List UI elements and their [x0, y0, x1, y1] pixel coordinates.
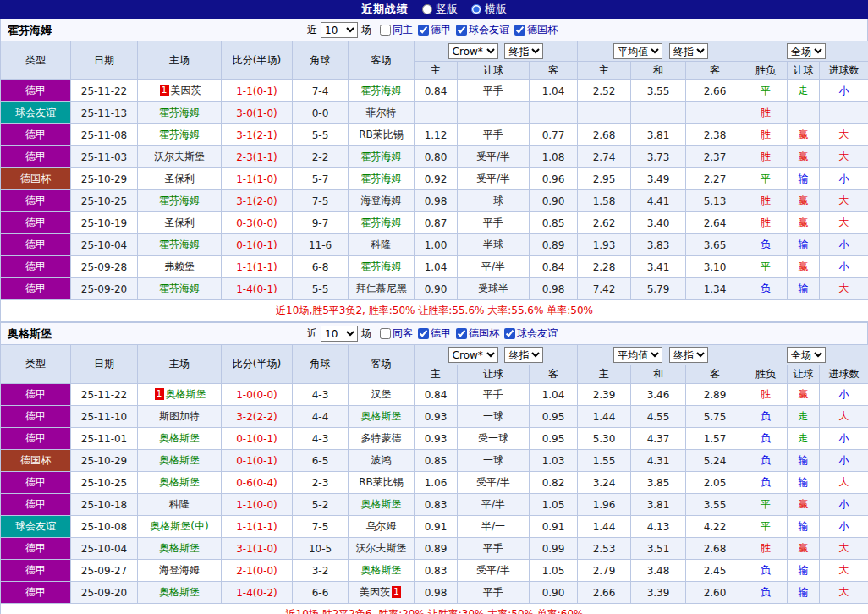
filter-checkbox[interactable]: 德国杯	[514, 23, 558, 37]
win-draw-loss-result: 平	[744, 168, 788, 190]
match-type-badge: 德甲	[1, 278, 71, 300]
eu-home-odds: 2.28	[578, 256, 631, 278]
asia-odds-time-select[interactable]: 终指	[504, 43, 543, 59]
team-link[interactable]: 奥格斯堡	[159, 476, 200, 488]
filter-checkbox-input[interactable]	[418, 328, 429, 339]
filter-checkbox-input[interactable]	[380, 328, 391, 339]
team-link[interactable]: 沃尔夫斯堡	[154, 151, 205, 162]
team-link[interactable]: RB莱比锡	[359, 476, 404, 488]
layout-radio-vertical[interactable]: 竖版	[422, 2, 458, 17]
asia-away-odds: 0.98	[530, 278, 578, 300]
home-team-cell: 霍芬海姆	[138, 124, 222, 146]
team-link[interactable]: 弗赖堡	[164, 260, 195, 272]
team-link[interactable]: 奥格斯堡	[159, 586, 200, 598]
team-link[interactable]: 霍芬海姆	[159, 282, 200, 294]
eu-home-odds: 2.66	[578, 582, 631, 604]
match-type-badge: 球会友谊	[1, 516, 71, 538]
asia-home-odds: 0.98	[415, 582, 458, 604]
filter-checkbox-label: 德甲	[431, 23, 451, 37]
filter-checkbox-input[interactable]	[456, 328, 467, 339]
filter-checkbox-input[interactable]	[504, 328, 515, 339]
goals-over-under-result: 大	[820, 406, 868, 428]
team-link[interactable]: 奥格斯堡	[159, 542, 200, 554]
filter-checkbox[interactable]: 德甲	[418, 326, 451, 341]
filter-checkbox-input[interactable]	[380, 25, 391, 36]
team-link[interactable]: 汉堡	[371, 388, 392, 400]
filter-checkbox[interactable]: 球会友谊	[504, 326, 558, 341]
team-link[interactable]: 乌尔姆	[366, 520, 397, 532]
eu-odds-time-select[interactable]: 终指	[669, 347, 708, 363]
team-link[interactable]: 科隆	[169, 498, 190, 510]
team-link[interactable]: 美因茨	[360, 586, 390, 598]
section-team-name: 霍芬海姆	[8, 23, 52, 38]
filter-checkbox[interactable]: 球会友谊	[456, 23, 509, 37]
layout-radio-vertical-input[interactable]	[422, 4, 432, 14]
match-date: 25-10-25	[71, 190, 138, 212]
eu-odds-source-select[interactable]: 平均值	[613, 347, 662, 363]
away-team-cell: 霍芬海姆	[349, 146, 415, 168]
team-link[interactable]: 奥格斯堡	[361, 564, 402, 576]
match-count-select[interactable]: 10	[321, 22, 358, 38]
match-type-badge: 德国杯	[1, 450, 71, 472]
asia-away-odds	[530, 102, 578, 124]
layout-radio-horizontal-input[interactable]	[471, 4, 481, 14]
team-link[interactable]: 奥格斯堡(中)	[150, 520, 208, 532]
filter-checkbox-input[interactable]	[456, 25, 467, 36]
asia-odds-source-select[interactable]: Crow*	[448, 43, 498, 59]
team-link[interactable]: 霍芬海姆	[361, 260, 402, 272]
league-filter-checkboxes: 同客德甲德国杯球会友谊	[380, 326, 561, 341]
team-link[interactable]: 奥格斯堡	[361, 410, 402, 422]
team-link[interactable]: 拜仁慕尼黑	[356, 282, 407, 294]
team-link[interactable]: 霍芬海姆	[159, 107, 200, 118]
result-scope-select[interactable]: 全场	[787, 43, 826, 59]
eu-away-odds: 2.37	[686, 146, 744, 168]
team-link[interactable]: 奥格斯堡	[166, 388, 206, 400]
match-type-badge: 德甲	[1, 146, 71, 168]
team-link[interactable]: 霍芬海姆	[159, 195, 200, 206]
team-link[interactable]: RB莱比锡	[359, 129, 404, 140]
eu-odds-source-select[interactable]: 平均值	[613, 43, 662, 59]
result-scope-select[interactable]: 全场	[787, 347, 826, 363]
eu-odds-time-select[interactable]: 终指	[669, 43, 708, 59]
col-date: 日期	[71, 41, 138, 80]
eu-draw-odds: 3.81	[631, 124, 686, 146]
team-link[interactable]: 奥格斯堡	[159, 454, 200, 466]
team-link[interactable]: 奥格斯堡	[361, 498, 402, 510]
filter-checkbox[interactable]: 德国杯	[456, 326, 499, 341]
corners: 6-5	[293, 450, 349, 472]
team-link[interactable]: 霍芬海姆	[361, 173, 402, 184]
team-link[interactable]: 科隆	[371, 238, 392, 250]
filter-checkbox[interactable]: 同主	[380, 23, 413, 37]
summary-text: 近10场,胜5平3负2, 胜率:50% 让胜率:55.6% 大率:55.6% 单…	[1, 300, 868, 322]
subcol-handicap-result: 让球	[788, 62, 820, 80]
team-link[interactable]: 沃尔夫斯堡	[356, 542, 407, 554]
win-draw-loss-result: 胜	[744, 146, 788, 168]
team-link[interactable]: 霍芬海姆	[361, 85, 402, 96]
team-link[interactable]: 霍芬海姆	[361, 151, 402, 162]
filter-checkbox[interactable]: 同客	[380, 326, 413, 341]
team-link[interactable]: 霍芬海姆	[159, 129, 200, 140]
team-link[interactable]: 美因茨	[171, 85, 201, 96]
team-link[interactable]: 海登海姆	[159, 564, 200, 576]
team-link[interactable]: 菲尔特	[366, 107, 397, 118]
layout-radio-horizontal[interactable]: 横版	[471, 2, 507, 17]
team-link[interactable]: 圣保利	[164, 217, 195, 228]
team-link[interactable]: 奥格斯堡	[159, 432, 200, 444]
team-link[interactable]: 霍芬海姆	[361, 217, 402, 228]
subcol-eu-draw: 和	[631, 62, 686, 80]
team-link[interactable]: 圣保利	[164, 173, 195, 184]
col-home: 主场	[138, 41, 222, 80]
team-link[interactable]: 斯图加特	[159, 410, 200, 422]
eu-away-odds: 2.05	[686, 472, 744, 494]
team-link[interactable]: 多特蒙德	[361, 432, 402, 444]
asia-odds-time-select[interactable]: 终指	[504, 347, 543, 363]
asia-odds-source-select[interactable]: Crow*	[448, 347, 498, 363]
filter-checkbox-input[interactable]	[514, 25, 525, 36]
team-link[interactable]: 霍芬海姆	[159, 238, 200, 250]
match-count-select[interactable]: 10	[321, 326, 358, 342]
team-link[interactable]: 波鸿	[371, 454, 392, 466]
team-link[interactable]: 海登海姆	[361, 195, 402, 206]
filter-checkbox[interactable]: 德甲	[418, 23, 451, 37]
eu-home-odds: 5.30	[578, 428, 631, 450]
filter-checkbox-input[interactable]	[418, 25, 429, 36]
